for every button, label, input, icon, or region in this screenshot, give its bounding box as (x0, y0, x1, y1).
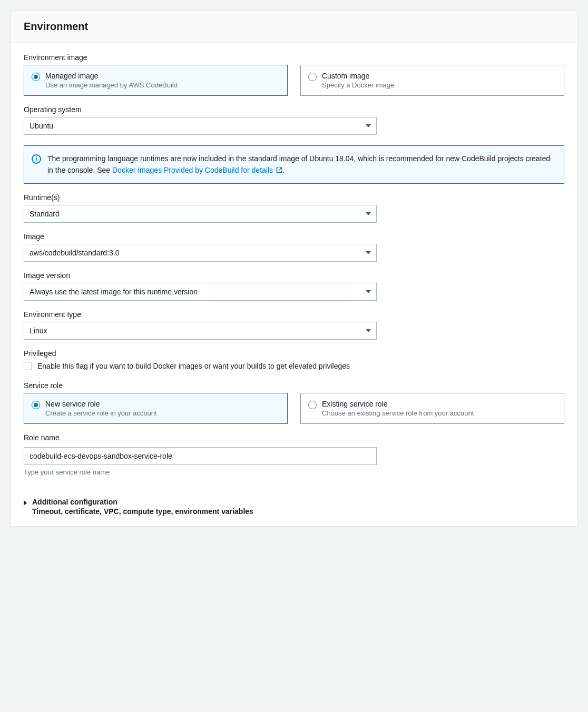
image-value: aws/codebuild/standard:3.0 (30, 249, 119, 257)
panel-header: Environment (11, 11, 577, 43)
info-text-after: . (282, 166, 285, 174)
additional-configuration-title: Additional configuration (32, 498, 253, 506)
new-service-role-desc: Create a service role in your account (45, 409, 157, 417)
environment-image-label: Environment image (24, 53, 564, 62)
image-select[interactable]: aws/codebuild/standard:3.0 (24, 244, 377, 262)
privileged-checkbox-row: Enable this flag if you want to build Do… (24, 361, 564, 372)
additional-configuration-desc: Timeout, certificate, VPC, compute type,… (32, 507, 253, 516)
operating-system-label: Operating system (24, 105, 564, 114)
service-role-options: New service role Create a service role i… (24, 393, 564, 424)
environment-image-options: Managed image Use an image managed by AW… (24, 65, 564, 96)
role-name-input[interactable] (24, 447, 377, 465)
image-version-select[interactable]: Always use the latest image for this run… (24, 283, 377, 301)
existing-service-role-option[interactable]: Existing service role Choose an existing… (300, 393, 564, 424)
operating-system-select[interactable]: Ubuntu (24, 117, 377, 135)
chevron-down-icon (366, 251, 371, 254)
custom-image-option[interactable]: Custom image Specify a Docker image (300, 65, 564, 96)
custom-image-title: Custom image (322, 72, 394, 80)
external-link-icon (276, 167, 282, 173)
existing-service-role-desc: Choose an existing service role from you… (322, 409, 474, 417)
image-version-label: Image version (24, 271, 564, 280)
info-icon: i (32, 154, 41, 164)
chevron-down-icon (366, 290, 371, 293)
runtime-select[interactable]: Standard (24, 205, 377, 223)
new-service-role-title: New service role (45, 400, 157, 408)
managed-image-title: Managed image (45, 72, 178, 80)
operating-system-value: Ubuntu (30, 122, 53, 130)
managed-image-option[interactable]: Managed image Use an image managed by AW… (24, 65, 288, 96)
runtime-value: Standard (30, 210, 60, 218)
privileged-checkbox-label: Enable this flag if you want to build Do… (37, 361, 350, 372)
radio-icon (32, 73, 40, 81)
service-role-label: Service role (24, 381, 564, 390)
additional-configuration-expander[interactable]: Additional configuration Timeout, certif… (24, 498, 564, 516)
privileged-label: Privileged (24, 349, 564, 358)
image-label: Image (24, 232, 564, 241)
docker-images-link[interactable]: Docker Images Provided by CodeBuild for … (112, 166, 282, 174)
runtime-label: Runtime(s) (24, 193, 564, 202)
caret-right-icon (24, 500, 27, 506)
custom-image-desc: Specify a Docker image (322, 81, 394, 89)
new-service-role-option[interactable]: New service role Create a service role i… (24, 393, 288, 424)
environment-type-label: Environment type (24, 310, 564, 319)
managed-image-desc: Use an image managed by AWS CodeBuild (45, 81, 178, 89)
runtime-info-callout: i The programming language runtimes are … (24, 145, 564, 184)
panel-title: Environment (24, 21, 564, 33)
panel-footer: Additional configuration Timeout, certif… (11, 489, 577, 526)
environment-panel: Environment Environment image Managed im… (11, 11, 577, 527)
existing-service-role-title: Existing service role (322, 400, 474, 408)
role-name-helper: Type your service role name (24, 468, 564, 476)
radio-icon (32, 401, 40, 409)
radio-icon (308, 73, 317, 81)
image-version-value: Always use the latest image for this run… (30, 288, 198, 296)
panel-body: Environment image Managed image Use an i… (11, 43, 577, 489)
environment-type-select[interactable]: Linux (24, 322, 377, 340)
chevron-down-icon (366, 329, 371, 332)
environment-type-value: Linux (30, 327, 47, 335)
chevron-down-icon (366, 124, 371, 127)
info-text: The programming language runtimes are no… (47, 153, 555, 176)
radio-icon (308, 401, 317, 409)
role-name-label: Role name (24, 433, 564, 442)
privileged-checkbox[interactable] (24, 362, 32, 370)
chevron-down-icon (366, 212, 371, 215)
